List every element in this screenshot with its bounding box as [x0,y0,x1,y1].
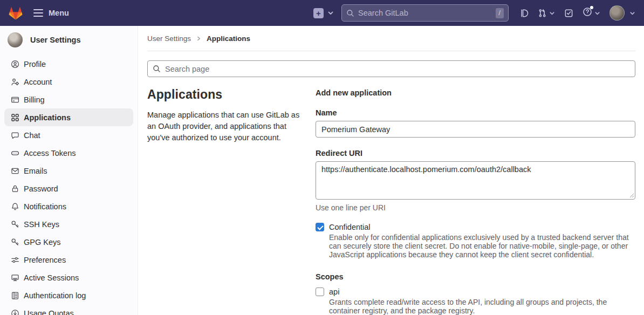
add-application-form: Add new application Name Redirect URI ht… [316,87,635,315]
sidebar-item-ssh-keys[interactable]: SSH Keys [4,215,133,233]
usage-quotas-icon [11,309,19,315]
sidebar-item-authentication-log[interactable]: Authentication log [4,286,133,304]
sidebar-item-usage-quotas[interactable]: Usage Quotas [4,304,133,315]
api-label: api [329,287,339,296]
confidential-description: Enable only for confidential application… [329,233,635,259]
gpg-keys-icon [11,238,19,246]
user-avatar [8,32,23,47]
search-icon [346,9,354,17]
sidebar-item-label: Preferences [24,256,66,264]
issues-button[interactable] [519,9,529,18]
confidential-checkbox[interactable] [316,223,324,231]
chevron-down-icon [327,10,334,16]
merge-requests-icon [538,9,547,18]
page-search-input[interactable] [165,65,630,73]
help-dropdown[interactable] [583,7,600,19]
hamburger-icon [33,9,43,17]
settings-sidebar: User Settings Profile Account [0,26,138,315]
sidebar-item-active-sessions[interactable]: Active Sessions [4,269,133,286]
breadcrumb: User Settings Applications [147,26,635,51]
sidebar-item-access-tokens[interactable]: Access Tokens [4,144,133,162]
sidebar-item-gpg-keys[interactable]: GPG Keys [4,233,133,251]
gitlab-tanuki-icon [9,6,23,20]
sidebar-item-label: Authentication log [24,291,86,300]
notification-dot [590,6,593,9]
chevron-down-icon [549,10,555,16]
sidebar-item-label: Active Sessions [24,273,79,282]
page-search[interactable] [147,60,635,77]
sidebar-item-password[interactable]: Password [4,180,133,197]
sidebar-item-chat[interactable]: Chat [4,126,133,144]
issues-icon [519,9,529,18]
todos-icon [564,9,573,18]
new-dropdown[interactable]: + [313,8,334,18]
navbar-left: Menu [9,6,313,20]
api-description: Grants complete read/write access to the… [329,298,635,315]
page-description: Manage applications that can use GitLab … [147,109,303,143]
name-label: Name [316,108,635,117]
sidebar-item-notifications[interactable]: Notifications [4,197,133,215]
sidebar-item-label: Profile [24,60,46,69]
navbar-right [519,5,635,20]
sidebar-item-emails[interactable]: Emails [4,162,133,180]
sidebar-item-label: Chat [24,131,40,140]
search-icon [153,65,161,73]
sidebar-item-account[interactable]: Account [4,73,133,91]
sidebar-item-label: Emails [24,167,47,175]
gitlab-logo[interactable] [9,6,23,20]
active-sessions-icon [11,273,19,282]
sidebar-item-billing[interactable]: Billing [4,91,133,108]
sidebar-nav: Profile Account Billing [0,55,138,315]
plus-icon: + [313,8,324,18]
sidebar-item-label: Usage Quotas [24,309,74,315]
breadcrumb-chevron-icon [196,36,201,41]
global-search-input[interactable] [358,9,496,17]
sidebar-item-label: Applications [24,113,71,122]
sidebar-title: User Settings [30,36,80,44]
preferences-icon [11,256,19,264]
sidebar-item-preferences[interactable]: Preferences [4,251,133,269]
search-shortcut-key: / [496,8,504,18]
form-heading: Add new application [316,88,635,97]
sidebar-item-label: Notifications [24,202,66,211]
sidebar-item-label: Password [24,184,58,193]
applications-icon [11,113,19,122]
password-icon [11,184,19,193]
user-menu[interactable] [609,5,635,20]
api-checkbox-row[interactable]: api [316,287,635,296]
todos-button[interactable] [564,9,573,18]
help-icon-wrap [583,7,592,19]
main-content: User Settings Applications Applications … [138,26,644,315]
menu-label: Menu [49,9,69,17]
sidebar-item-label: Billing [24,95,45,104]
profile-icon [11,60,19,69]
chevron-down-icon [594,10,600,16]
breadcrumb-applications: Applications [207,35,250,43]
global-search[interactable]: / [341,4,509,22]
resize-grip-icon[interactable] [629,193,634,198]
sidebar-item-profile[interactable]: Profile [4,55,133,73]
sidebar-item-applications[interactable]: Applications [4,108,133,126]
top-navbar: Menu + / [0,0,644,26]
emails-icon [11,167,19,175]
api-checkbox[interactable] [316,287,324,296]
user-avatar [609,5,625,20]
merge-requests-dropdown[interactable] [538,9,555,18]
redirect-uri-label: Redirect URI [316,149,635,158]
navbar-center: + / [313,4,509,22]
sidebar-header: User Settings [0,26,138,55]
breadcrumb-user-settings[interactable]: User Settings [147,35,191,43]
sidebar-item-label: Account [24,78,52,86]
section-intro: Applications Manage applications that ca… [147,87,303,315]
name-field[interactable] [316,121,635,138]
menu-button[interactable]: Menu [33,9,69,17]
authentication-log-icon [11,291,19,300]
redirect-uri-field[interactable]: https://authenticate.localhost.pomerium.… [316,161,635,200]
notifications-icon [11,202,19,211]
sidebar-item-label: Access Tokens [24,149,76,158]
confidential-checkbox-row[interactable]: Confidential [316,223,635,231]
scope-api: api Grants complete read/write access to… [316,287,635,315]
gitlab-app: Menu + / [0,0,644,315]
chevron-down-icon [629,10,635,16]
page-title: Applications [147,87,303,102]
